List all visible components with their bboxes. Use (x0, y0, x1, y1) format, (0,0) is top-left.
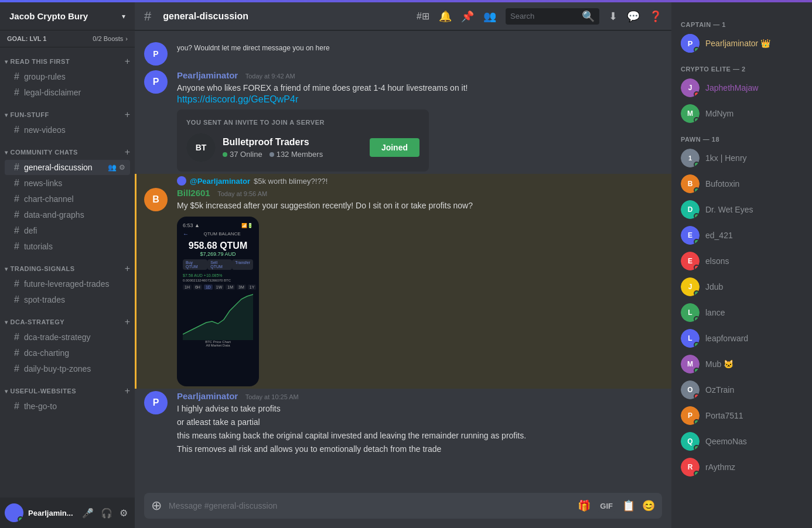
category-trading-signals[interactable]: ▾TRADING-SIGNALS + (0, 255, 135, 276)
member-item[interactable]: O OzTrain (676, 377, 807, 403)
mic-icon[interactable]: 🎤 (80, 505, 96, 521)
inbox-icon[interactable]: 💬 (627, 10, 640, 23)
message-link[interactable]: https://discord.gg/GeEQwP4r (177, 94, 298, 104)
sidebar-item-future-leveraged-trades[interactable]: # future-leveraged-trades (5, 276, 130, 292)
gift-icon[interactable]: 🎁 (578, 499, 591, 512)
svg-marker-2 (183, 294, 253, 340)
message-timestamp: Today at 9:56 AM (217, 190, 267, 197)
sidebar-item-daily-buy-tp-zones[interactable]: # daily-buy-tp-zones (5, 361, 130, 376)
status-dot (694, 342, 700, 348)
member-item[interactable]: Q QeemoNas (676, 428, 807, 454)
sidebar-item-data-and-graphs[interactable]: # data-and-graphs (5, 207, 130, 222)
sidebar-item-dca-charting[interactable]: # dca-charting (5, 345, 130, 361)
join-button[interactable]: Joined (370, 138, 419, 157)
chevron-down-icon: ▾ (122, 12, 125, 20)
server-header[interactable]: Jacob Crypto Bury ▾ (0, 2, 135, 30)
member-item[interactable]: J Jdub (676, 274, 807, 300)
member-item[interactable]: L leapforward (676, 325, 807, 351)
channel-list: ▾READ THIS FIRST + # group-rules # legal… (0, 47, 135, 498)
member-item[interactable]: L lance (676, 300, 807, 325)
members-icon[interactable]: 👥 (483, 10, 496, 23)
member-item[interactable]: B Bufotoxin (676, 171, 807, 197)
sidebar-item-dca-trade-strategy[interactable]: # dca-trade-strategy (5, 330, 130, 345)
avatar: P (144, 42, 168, 66)
category-add-icon[interactable]: + (125, 264, 130, 273)
category-add-icon[interactable]: + (125, 386, 130, 396)
member-item[interactable]: J JaphethMajaw (676, 75, 807, 101)
invite-label: YOU SENT AN INVITE TO JOIN A SERVER (186, 119, 419, 126)
hash-icon[interactable]: #⊞ (417, 11, 429, 22)
avatar: J (681, 277, 700, 296)
member-item[interactable]: 1 1kx | Henry (676, 145, 807, 171)
member-item[interactable]: E ed_421 (676, 222, 807, 248)
sidebar-item-chart-channel[interactable]: # chart-channel (5, 191, 130, 207)
category-add-icon[interactable]: + (125, 110, 130, 119)
gif-icon[interactable]: GIF (598, 500, 615, 512)
settings-icon[interactable]: ⚙ (117, 505, 130, 521)
sidebar-item-group-rules[interactable]: # group-rules (5, 69, 130, 84)
member-item[interactable]: R rAythmz (676, 454, 807, 480)
avatar: L (681, 329, 700, 348)
hash-icon: # (14, 178, 19, 188)
category-read-this-first[interactable]: ▾READ THIS FIRST + (0, 47, 135, 68)
invite-card: YOU SENT AN INVITE TO JOIN A SERVER BT B… (177, 109, 429, 172)
message-content: Pearljaminator Today at 9:42 AM Anyone w… (177, 70, 662, 172)
member-item[interactable]: M MdNym (676, 101, 807, 126)
member-item[interactable]: P Pearljaminator 👑 (676, 30, 807, 56)
category-add-icon[interactable]: + (125, 148, 130, 157)
status-dot (694, 316, 700, 322)
search-bar[interactable]: 🔍 (506, 8, 599, 25)
message-text: I highly advise to take profits (177, 403, 662, 415)
message-author: Pearljaminator (177, 70, 238, 80)
sidebar-item-legal-disclaimer[interactable]: # legal-disclaimer (5, 85, 130, 100)
member-item[interactable]: D Dr. Wet Eyes (676, 197, 807, 222)
sidebar-item-defi[interactable]: # defi (5, 223, 130, 238)
search-input[interactable] (510, 12, 578, 20)
member-item[interactable]: E elsons (676, 248, 807, 274)
avatar: P (681, 406, 700, 425)
image-attachment: 6:53 ▲ 📶🔋 ← QTUM BALANCE 958.68 QTUM $7, (177, 217, 259, 386)
sidebar-item-general-discussion[interactable]: # general-discussion 👥 ⚙ (5, 160, 130, 175)
pin-icon[interactable]: 📌 (461, 10, 474, 23)
member-item[interactable]: P Porta7511 (676, 403, 807, 428)
sidebar-item-the-go-to[interactable]: # the-go-to (5, 399, 130, 414)
message-content: Pearljaminator Today at 10:25 AM I highl… (177, 391, 662, 455)
header-icons: #⊞ 🔔 📌 👥 🔍 ⬇ 💬 ❓ (417, 8, 662, 25)
member-name: Mub 🐱 (705, 359, 803, 369)
add-attachment-icon[interactable]: ⊕ (151, 498, 162, 513)
message-input[interactable] (169, 494, 571, 517)
member-name: elsons (705, 256, 803, 266)
status-dot (694, 91, 700, 97)
category-add-icon[interactable]: + (125, 317, 130, 327)
emoji-icon[interactable]: 😊 (642, 499, 655, 512)
category-community-chats[interactable]: ▾COMMUNITY CHATS + (0, 138, 135, 159)
sidebar-item-spot-trades[interactable]: # spot-trades (5, 292, 130, 307)
hash-icon: # (14, 348, 19, 358)
avatar (5, 503, 23, 522)
member-name: lance (705, 308, 803, 317)
settings-icon[interactable]: ⚙ (119, 163, 125, 172)
category-fun-stuff[interactable]: ▾FUN-STUFF + (0, 101, 135, 122)
sticker-icon[interactable]: 📋 (622, 499, 635, 512)
message-content: Bill2601 Today at 9:56 AM My $5k increas… (177, 188, 662, 386)
sidebar-item-new-videos[interactable]: # new-videos (5, 122, 130, 138)
help-icon[interactable]: ❓ (649, 10, 662, 23)
status-dot (694, 393, 700, 399)
category-dca-strategy[interactable]: ▾DCA-STRATEGY + (0, 308, 135, 329)
status-dot (694, 162, 700, 167)
message-author: Bill2601 (177, 188, 210, 198)
server-name: Jacob Crypto Bury (9, 11, 88, 21)
boost-goal: GOAL: LVL 1 (7, 35, 46, 42)
headphone-icon[interactable]: 🎧 (98, 505, 115, 521)
member-item[interactable]: M Mub 🐱 (676, 351, 807, 377)
svg-text:BT: BT (196, 143, 207, 152)
category-add-icon[interactable]: + (125, 57, 130, 66)
sidebar-item-news-links[interactable]: # news-links (5, 176, 130, 191)
boost-bar[interactable]: GOAL: LVL 1 0/2 Boosts › (0, 30, 135, 47)
invite-server: BT Bulletproof Traders 37 Online 132 Mem… (186, 133, 419, 162)
messages-area: P you? Wouldnt let me direct message you… (135, 30, 671, 493)
bell-icon[interactable]: 🔔 (439, 10, 452, 23)
category-useful-websites[interactable]: ▾USEFUL-WEBSITES + (0, 377, 135, 398)
sidebar-item-tutorials[interactable]: # tutorials (5, 239, 130, 254)
download-icon[interactable]: ⬇ (609, 10, 617, 23)
